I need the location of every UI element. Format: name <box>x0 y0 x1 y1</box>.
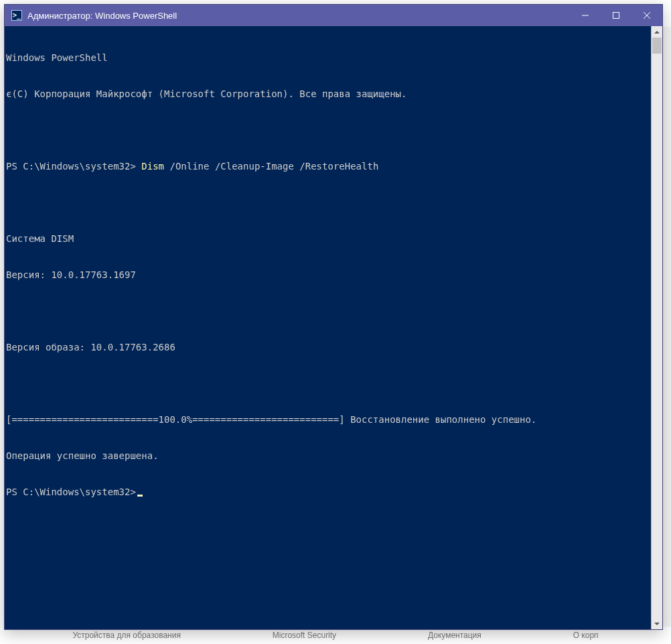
console-output[interactable]: Windows PowerShell є(C) Корпорация Майкр… <box>5 26 651 629</box>
svg-rect-0 <box>613 13 619 19</box>
bg-link: Документация <box>428 631 481 640</box>
console-line <box>5 124 651 136</box>
console-line: [==========================100.0%=======… <box>5 413 651 426</box>
command-name: Dism <box>141 161 164 172</box>
scroll-up-button[interactable] <box>652 26 662 38</box>
window-controls <box>570 5 662 26</box>
window-title: Администратор: Windows PowerShell <box>27 11 177 21</box>
console-prompt-line: PS C:\Windows\system32> Dism /Online /Cl… <box>5 160 651 172</box>
console-line <box>5 305 651 317</box>
maximize-icon <box>613 12 619 19</box>
console-area: Windows PowerShell є(C) Корпорация Майкр… <box>5 26 662 629</box>
powershell-window: >_ Администратор: Windows PowerShell Win… <box>4 4 663 630</box>
scrollbar-track[interactable] <box>652 38 662 618</box>
background-strip <box>662 27 671 627</box>
scroll-down-button[interactable] <box>652 618 662 629</box>
console-line: Версия: 10.0.17763.1697 <box>5 269 651 281</box>
maximize-button[interactable] <box>601 5 631 26</box>
close-button[interactable] <box>631 5 662 26</box>
text-cursor <box>137 495 143 497</box>
command-args: /Online /Cleanup-Image /RestoreHealth <box>164 161 378 172</box>
chevron-down-icon <box>654 621 660 627</box>
console-line <box>5 377 651 389</box>
titlebar[interactable]: >_ Администратор: Windows PowerShell <box>5 5 662 26</box>
powershell-icon: >_ <box>11 10 22 21</box>
minimize-button[interactable] <box>570 5 601 26</box>
console-line: Версия образа: 10.0.17763.2686 <box>5 341 651 353</box>
minimize-icon <box>582 12 589 19</box>
console-line: є(C) Корпорация Майкрософт (Microsoft Co… <box>5 88 651 100</box>
console-line: Система DISM <box>5 233 651 245</box>
scrollbar-thumb[interactable] <box>652 38 662 54</box>
chevron-up-icon <box>654 29 660 35</box>
prompt-text: PS C:\Windows\system32> <box>6 487 136 497</box>
bg-link: О корп <box>573 631 599 640</box>
console-prompt-line: PS C:\Windows\system32> <box>5 486 651 498</box>
titlebar-drag-region[interactable] <box>177 5 570 26</box>
vertical-scrollbar[interactable] <box>651 26 662 629</box>
close-icon <box>644 12 650 19</box>
prompt-text: PS C:\Windows\system32> <box>6 161 136 172</box>
console-line <box>5 196 651 208</box>
console-line: Операция успешно завершена. <box>5 450 651 462</box>
bg-link: Microsoft Security <box>273 631 336 640</box>
console-line: Windows PowerShell <box>5 52 651 64</box>
bg-link: Устройства для образования <box>72 631 181 640</box>
